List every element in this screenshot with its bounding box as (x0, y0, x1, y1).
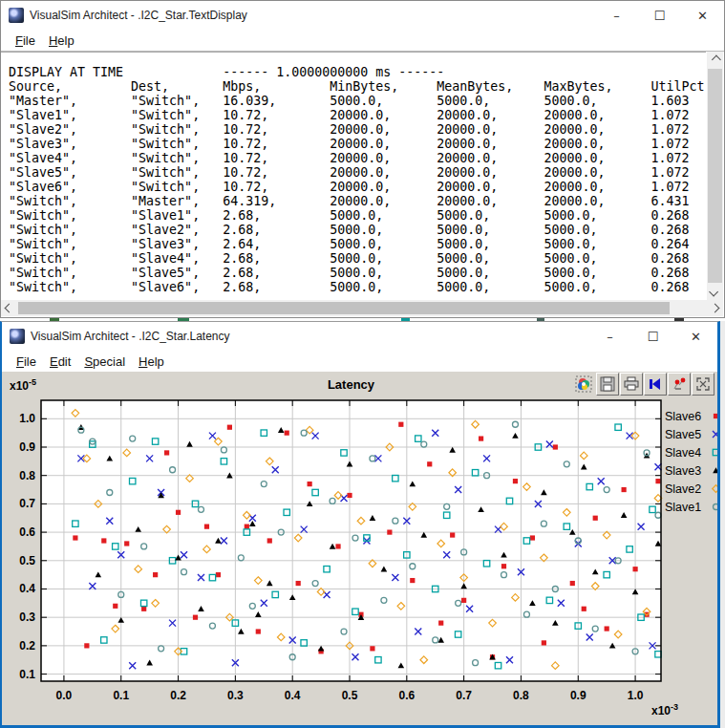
chevron-right-icon (711, 304, 720, 313)
legend: Slave6Slave5Slave4Slave3Slave2Slave1 (665, 407, 717, 516)
legend-label: Slave6 (665, 410, 705, 423)
maximize-button[interactable]: ☐ (631, 322, 674, 351)
svg-text:0.7: 0.7 (19, 497, 35, 510)
horizontal-scrollbar[interactable] (1, 300, 723, 316)
print-icon[interactable] (620, 373, 643, 396)
chevron-left-icon (5, 304, 14, 313)
svg-text:0.5: 0.5 (19, 554, 35, 567)
vertical-scrollbar[interactable] (707, 52, 723, 300)
svg-text:0.6: 0.6 (19, 525, 35, 539)
menu-bar: File Help (1, 30, 724, 52)
svg-text:0.1: 0.1 (19, 668, 35, 681)
legend-label: Slave3 (665, 464, 705, 478)
y-axis-unit-label: x10-5 (10, 377, 36, 393)
fullscreen-icon[interactable] (692, 373, 714, 396)
legend-label: Slave1 (665, 501, 705, 514)
horizontal-scroll-thumb[interactable] (18, 302, 670, 314)
svg-text:0.1: 0.1 (113, 689, 129, 702)
menu-file[interactable]: File (9, 32, 42, 50)
menu-edit[interactable]: Edit (43, 353, 77, 371)
legend-item-slave1: Slave1 (665, 498, 717, 516)
chevron-up-icon (712, 55, 721, 65)
text-display-area: DISPLAY AT TIME ------ 1.0000000000 ms -… (1, 52, 706, 300)
svg-text:0.5: 0.5 (342, 689, 358, 702)
x-axis-unit-label: x10-3 (651, 702, 678, 717)
latency-plot-window: VisualSim Architect - .I2C_Star.Latency … (0, 321, 720, 728)
svg-text:0.3: 0.3 (227, 689, 244, 702)
svg-text:0.0: 0.0 (56, 689, 73, 702)
window-title: VisualSim Architect - .I2C_Star.TextDisp… (30, 9, 247, 22)
window-title: VisualSim Architect - .I2C_Star.Latency (31, 330, 230, 343)
menu-special[interactable]: Special (77, 353, 132, 371)
plot-title: Latency (41, 377, 661, 392)
plot-canvas[interactable]: 0.00.10.20.30.40.50.60.70.80.91.01.00.90… (2, 372, 717, 725)
desktop: { "window_controls": {"minimize": "–", "… (0, 0, 725, 728)
svg-text:1.0: 1.0 (628, 689, 644, 702)
maximize-button[interactable]: ☐ (638, 1, 681, 30)
close-button[interactable]: ✕ (674, 322, 717, 351)
svg-text:0.2: 0.2 (19, 639, 35, 653)
reset-axes-icon[interactable] (644, 373, 667, 396)
app-icon (10, 329, 25, 344)
legend-item-slave2: Slave2 (665, 480, 717, 498)
legend-label: Slave2 (665, 482, 705, 496)
open-diamond-marker-icon (709, 482, 717, 496)
filled-square-marker-icon (709, 409, 717, 423)
svg-text:0.3: 0.3 (19, 610, 35, 624)
svg-text:0.6: 0.6 (398, 689, 415, 702)
app-icon (9, 8, 24, 23)
svg-text:0.8: 0.8 (19, 469, 35, 482)
svg-text:0.7: 0.7 (456, 689, 472, 702)
svg-text:0.4: 0.4 (285, 689, 301, 702)
legend-item-slave3: Slave3 (665, 461, 717, 480)
close-button[interactable]: ✕ (681, 1, 724, 30)
chevron-down-icon (709, 288, 718, 297)
text-display-content: DISPLAY AT TIME ------ 1.0000000000 ms -… (1, 53, 706, 294)
legend-item-slave6: Slave6 (665, 407, 717, 425)
datapoints-icon[interactable] (668, 373, 691, 396)
menu-bar: File Edit Special Help (2, 351, 717, 373)
svg-text:0.9: 0.9 (570, 689, 586, 702)
scroll-left-button[interactable] (1, 300, 17, 316)
legend-item-slave5: Slave5 (665, 425, 717, 443)
menu-help[interactable]: Help (132, 353, 171, 371)
open-circle-marker-icon (709, 500, 717, 514)
svg-text:0.4: 0.4 (19, 582, 35, 595)
svg-text:0.8: 0.8 (513, 689, 529, 702)
filled-triangle-marker-icon (709, 463, 717, 478)
plot-panel: x10-5 Latency 0.00.10.20.30.40.50.60.70.… (2, 372, 717, 725)
legend-label: Slave4 (665, 446, 705, 460)
scroll-down-button[interactable] (707, 284, 723, 300)
svg-text:1.0: 1.0 (19, 412, 35, 425)
menu-help[interactable]: Help (42, 32, 81, 50)
menu-file[interactable]: File (10, 353, 43, 371)
title-bar: VisualSim Architect - .I2C_Star.Latency … (2, 322, 717, 351)
scroll-up-button[interactable] (707, 52, 723, 68)
plot-toolbar (572, 373, 714, 396)
vertical-scroll-thumb[interactable] (708, 69, 722, 283)
minimize-button[interactable]: – (595, 1, 638, 30)
svg-text:0.2: 0.2 (170, 689, 186, 702)
svg-text:0.9: 0.9 (19, 440, 35, 454)
palette-icon[interactable] (572, 373, 595, 396)
open-square-marker-icon (709, 445, 717, 460)
minimize-button[interactable]: – (588, 322, 631, 351)
title-bar: VisualSim Architect - .I2C_Star.TextDisp… (1, 1, 724, 30)
legend-label: Slave5 (665, 428, 705, 441)
x-marker-icon (709, 427, 717, 441)
scroll-right-button[interactable] (707, 300, 723, 316)
save-icon[interactable] (596, 373, 619, 396)
text-display-window: VisualSim Architect - .I2C_Star.TextDisp… (0, 0, 725, 318)
legend-item-slave4: Slave4 (665, 443, 717, 461)
